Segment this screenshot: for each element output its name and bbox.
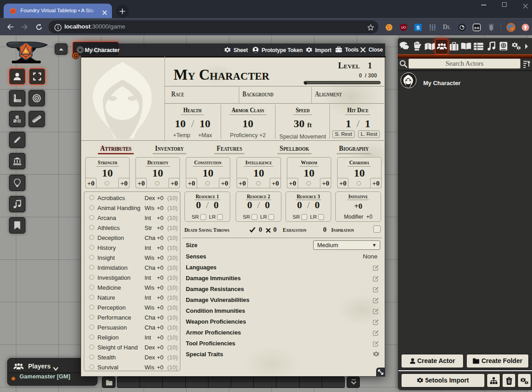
svg-text:UO: UO — [401, 26, 406, 29]
svg-text:S: S — [416, 25, 420, 30]
